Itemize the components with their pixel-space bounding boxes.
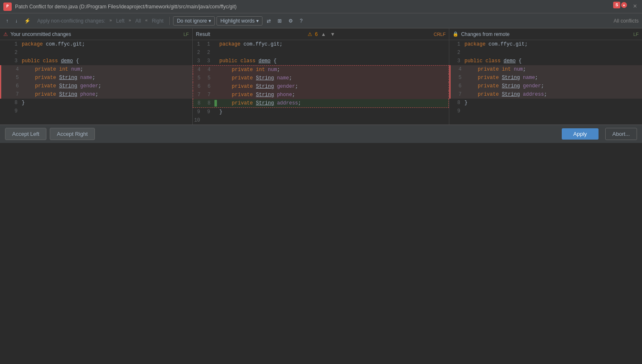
right-panel-title: Changes from remote [461, 31, 510, 37]
right-content-4: private int num; [464, 65, 642, 74]
apply-left-button[interactable]: Left [114, 17, 127, 25]
apply-all-button[interactable]: All [133, 17, 143, 25]
conflict-count: 6 [315, 31, 318, 37]
columns-icon-btn[interactable]: ⊞ [275, 17, 284, 25]
left-content-8: } [20, 99, 192, 107]
left-linenum-5: 5 [8, 74, 21, 82]
ignore-dropdown-label: Do not ignore [177, 18, 207, 24]
toolbar: ↑ ↓ ⚡ Apply non-conflicting changes: » L… [0, 13, 642, 28]
apply-right-button[interactable]: Right [149, 17, 166, 25]
right-line-2: 2 [449, 48, 642, 57]
center-panel-title: Result [196, 31, 210, 37]
highlight-dropdown-label: Highlight words [220, 18, 255, 24]
settings-icon-btn[interactable]: ⇄ [264, 17, 273, 25]
apply-button[interactable]: Apply [562, 128, 599, 140]
left-code-area[interactable]: 1 package com.ffyc.git; 2 3 public class… [0, 40, 192, 125]
right-content-3: public class demo { [463, 57, 642, 65]
left-content-3: public class demo { [20, 57, 192, 65]
left-linenum-6: 6 [8, 82, 21, 90]
left-linenum-7: 7 [8, 90, 21, 99]
center-code-area[interactable]: 1 1 package com.ffyc.git; 2 2 3 3 [193, 40, 449, 125]
chevron-right-icon: » [110, 18, 112, 23]
center-marker-7 [213, 91, 218, 99]
center-linenum-right-6: 6 [203, 82, 213, 91]
right-linenum-3: 3 [449, 57, 463, 65]
center-marker-8 [213, 99, 218, 107]
gear-icon-btn[interactable]: ⚙ [286, 17, 296, 25]
right-linenum-5: 5 [451, 74, 464, 82]
left-line-7: 7 private String phone; [0, 90, 192, 99]
apply-non-conflicting-label: Apply non-conflicting changes: [35, 17, 108, 25]
center-linenum-right-10 [203, 116, 213, 125]
right-content-5: private String name; [464, 74, 642, 82]
center-marker-3 [213, 57, 218, 65]
help-icon-btn[interactable]: ? [297, 17, 305, 25]
navigate-down-button[interactable]: ↓ [13, 17, 20, 25]
abort-button[interactable]: Abort... [605, 128, 637, 140]
center-panel-header: Result ⚠ 6 ▲ ▼ CRLF [193, 28, 449, 40]
accept-right-button[interactable]: Accept Right [50, 128, 95, 140]
accept-left-button[interactable]: Accept Left [5, 128, 46, 140]
left-line-6: 6 private String gender; [0, 82, 192, 90]
center-linenum-right-7: 7 [203, 91, 213, 99]
left-linenum-4: 4 [8, 65, 21, 74]
highlight-dropdown[interactable]: Highlight words ▾ [217, 16, 262, 25]
right-linenum-6: 6 [451, 82, 464, 90]
center-linenum-right-4: 4 [203, 66, 213, 74]
left-code-lines: 1 package com.ffyc.git; 2 3 public class… [0, 40, 192, 115]
left-linenum-3: 3 [7, 57, 20, 65]
center-linenum-left-2: 2 [193, 48, 203, 57]
left-content-7: private String phone; [21, 90, 192, 99]
center-marker-5 [213, 74, 218, 82]
center-line-8: 8 8 private String address; [193, 99, 449, 108]
navigate-up-button[interactable]: ↑ [3, 17, 11, 25]
close-icon[interactable]: × [633, 3, 637, 10]
left-marker-2 [0, 48, 7, 57]
right-content-9 [463, 107, 642, 115]
conflict-down-button[interactable]: ▼ [329, 31, 336, 37]
ignore-dropdown[interactable]: Do not ignore ▾ [173, 16, 215, 25]
left-content-4: private int num; [21, 65, 192, 74]
conflict-up-button[interactable]: ▲ [320, 31, 327, 37]
center-content-4: private int num; [218, 66, 448, 74]
right-line-9: 9 [449, 107, 642, 115]
left-panel-title: Your uncommitted changes [10, 31, 71, 37]
left-marker-7 [1, 90, 8, 99]
left-line-4: 4 private int num; [0, 65, 192, 74]
left-line-8: 8 } [0, 99, 192, 107]
right-linenum-9: 9 [449, 107, 463, 115]
all-conflicts-label: All conflicts [614, 18, 639, 24]
right-panel-header: 🔒 Changes from remote LF [449, 28, 642, 40]
center-linenum-left-10: 10 [193, 116, 203, 125]
center-marker-9 [213, 108, 218, 116]
center-line-7: 7 7 private String phone; [193, 91, 449, 99]
chevron-right-icon-2: » [129, 18, 131, 23]
center-line-3: 3 3 public class demo { [193, 57, 449, 65]
chevron-down-icon-2: ▾ [256, 18, 259, 24]
left-marker-6 [1, 82, 8, 90]
center-linenum-right-8: 8 [203, 99, 213, 107]
center-code-lines: 1 1 package com.ffyc.git; 2 2 3 3 [193, 40, 449, 125]
right-linenum-7: 7 [451, 90, 464, 99]
left-line-5: 5 private String name; [0, 74, 192, 82]
right-panel: 🔒 Changes from remote LF 1 package com.f… [449, 28, 642, 125]
center-linenum-left-4: 4 [193, 66, 203, 74]
bottom-bar: Accept Left Accept Right Apply Abort... [0, 125, 642, 143]
right-code-lines: 1 package com.ffyc.git; 2 3 public class… [449, 40, 642, 115]
right-content-2 [463, 48, 642, 57]
center-linenum-right-5: 5 [203, 74, 213, 82]
center-line-9: 9 9 } [193, 108, 449, 116]
left-linenum-1: 1 [7, 40, 20, 48]
separator-1 [169, 17, 170, 25]
left-content-9 [20, 107, 192, 115]
right-content-6: private String gender; [464, 82, 642, 90]
center-linenum-right-9: 9 [203, 108, 213, 116]
right-linenum-1: 1 [449, 40, 463, 48]
right-linenum-8: 8 [449, 99, 463, 107]
apply-non-conflicting-button[interactable]: ⚡ [22, 17, 33, 25]
right-line-4: 4 private int num; [449, 65, 642, 74]
error-icon: ⚠ [3, 31, 8, 37]
center-line-6: 6 6 private String gender; [193, 82, 449, 91]
right-linenum-4: 4 [451, 65, 464, 74]
right-code-area[interactable]: 1 package com.ffyc.git; 2 3 public class… [449, 40, 642, 125]
